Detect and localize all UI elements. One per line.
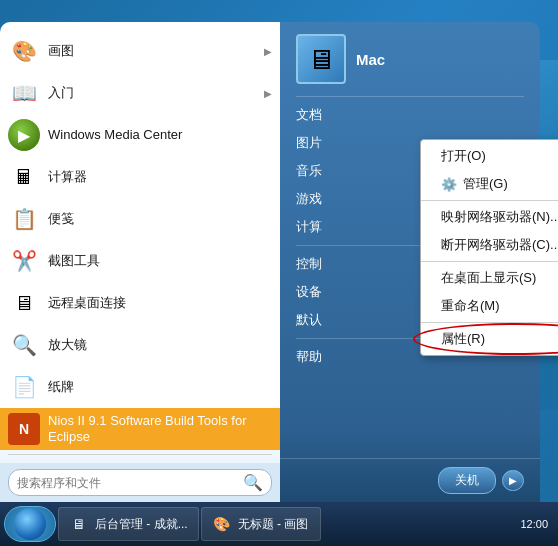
search-input[interactable]: [17, 476, 237, 490]
menu-item-nios[interactable]: N Nios II 9.1 Software Build Tools for E…: [0, 408, 280, 450]
right-label-device: 设备: [296, 283, 322, 301]
right-divider-top: [296, 96, 524, 97]
wmc-icon: ▶: [8, 119, 40, 151]
right-label-game: 游戏: [296, 190, 322, 208]
menu-item-intro[interactable]: 📖 入门 ▶: [0, 72, 280, 114]
context-menu: 打开(O) ⚙️ 管理(G) 映射网络驱动器(N)... 断开网络驱动器(C).…: [420, 139, 558, 356]
menu-arrow-intro: ▶: [264, 88, 272, 99]
context-item-disconnect-drive[interactable]: 断开网络驱动器(C)...: [421, 231, 558, 259]
taskbar-right: 12:00: [520, 518, 554, 530]
context-item-properties[interactable]: 属性(R): [421, 325, 558, 353]
shutdown-arrow-button[interactable]: ▶: [502, 470, 524, 491]
menu-item-wordpad[interactable]: 📄 纸牌: [0, 366, 280, 408]
right-label-doc: 文档: [296, 106, 322, 124]
menu-item-magnify[interactable]: 🔍 放大镜: [0, 324, 280, 366]
right-label-computer: 计算: [296, 218, 322, 236]
taskbar-label-backend: 后台管理 - 成就...: [95, 516, 188, 533]
menu-divider: [8, 454, 272, 455]
paint-task-icon: 🎨: [212, 514, 232, 534]
nios-icon: N: [8, 413, 40, 445]
menu-item-snip[interactable]: ✂️ 截图工具: [0, 240, 280, 282]
context-item-map-drive[interactable]: 映射网络驱动器(N)...: [421, 203, 558, 231]
avatar: 🖥: [296, 34, 346, 84]
menu-label-rdp: 远程桌面连接: [48, 295, 126, 311]
context-item-rename[interactable]: 重命名(M): [421, 292, 558, 320]
right-label-control: 控制: [296, 255, 322, 273]
intro-icon: 📖: [8, 77, 40, 109]
menu-label-wordpad: 纸牌: [48, 379, 74, 395]
username: Mac: [356, 51, 385, 68]
start-orb: [14, 508, 46, 540]
backend-icon: 🖥: [69, 514, 89, 534]
start-button[interactable]: [4, 506, 56, 542]
search-icon: 🔍: [243, 473, 263, 492]
right-label-help: 帮助: [296, 348, 322, 366]
shutdown-button[interactable]: 关机: [438, 467, 496, 494]
menu-label-paint: 画图: [48, 43, 74, 59]
menu-item-paint[interactable]: 🎨 画图 ▶: [0, 30, 280, 72]
menu-item-wmc[interactable]: ▶ Windows Media Center: [0, 114, 280, 156]
context-divider-3: [421, 322, 558, 323]
menu-item-calc[interactable]: 🖩 计算器: [0, 156, 280, 198]
magnify-icon: 🔍: [8, 329, 40, 361]
snip-icon: ✂️: [8, 245, 40, 277]
calc-icon: 🖩: [8, 161, 40, 193]
search-box[interactable]: 🔍: [8, 469, 272, 496]
menu-label-notepad: 便笺: [48, 211, 74, 227]
taskbar-item-paint[interactable]: 🎨 无标题 - 画图: [201, 507, 321, 541]
context-divider-2: [421, 261, 558, 262]
manage-icon: ⚙️: [441, 177, 457, 192]
clock: 12:00: [520, 518, 548, 530]
right-item-doc[interactable]: 文档: [280, 101, 540, 129]
context-item-show-desktop[interactable]: 在桌面上显示(S): [421, 264, 558, 292]
start-menu-items: 🎨 画图 ▶ 📖 入门 ▶ ▶ Windows Media Center 🖩: [0, 22, 280, 463]
wordpad-icon: 📄: [8, 371, 40, 403]
menu-label-snip: 截图工具: [48, 253, 100, 269]
start-menu-left: 🎨 画图 ▶ 📖 入门 ▶ ▶ Windows Media Center 🖩: [0, 22, 280, 502]
paint-icon: 🎨: [8, 35, 40, 67]
properties-highlight-ellipse: [413, 323, 558, 355]
menu-label-wmc: Windows Media Center: [48, 127, 182, 143]
right-label-pic: 图片: [296, 134, 322, 152]
menu-label-intro: 入门: [48, 85, 74, 101]
context-label-manage: 管理(G): [463, 175, 508, 193]
menu-label-calc: 计算器: [48, 169, 87, 185]
right-label-default: 默认: [296, 311, 322, 329]
shutdown-area: 关机 ▶: [280, 458, 540, 502]
notepad-icon: 📋: [8, 203, 40, 235]
search-area: 🔍: [0, 463, 280, 502]
menu-label-magnify: 放大镜: [48, 337, 87, 353]
right-label-music: 音乐: [296, 162, 322, 180]
menu-item-notepad[interactable]: 📋 便笺: [0, 198, 280, 240]
menu-item-rdp[interactable]: 🖥 远程桌面连接: [0, 282, 280, 324]
context-item-manage[interactable]: ⚙️ 管理(G): [421, 170, 558, 198]
user-header: 🖥 Mac: [280, 22, 540, 92]
menu-arrow-paint: ▶: [264, 46, 272, 57]
taskbar-item-backend[interactable]: 🖥 后台管理 - 成就...: [58, 507, 199, 541]
properties-label: 属性(R): [441, 331, 485, 346]
context-divider-1: [421, 200, 558, 201]
menu-label-nios: Nios II 9.1 Software Build Tools for Ecl…: [48, 413, 272, 444]
context-item-open[interactable]: 打开(O): [421, 142, 558, 170]
taskbar-label-paint: 无标题 - 画图: [238, 516, 309, 533]
taskbar: 🖥 后台管理 - 成就... 🎨 无标题 - 画图 12:00: [0, 502, 558, 546]
rdp-icon: 🖥: [8, 287, 40, 319]
